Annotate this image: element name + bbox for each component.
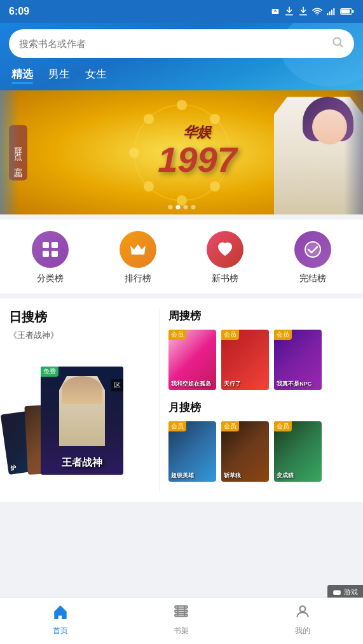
download-icon bbox=[284, 6, 294, 17]
monthly-rank-title: 月搜榜 bbox=[168, 400, 354, 415]
svg-rect-21 bbox=[51, 242, 58, 248]
profile-label: 我的 bbox=[295, 626, 310, 636]
monthly-book-1-text: 超级英雄 bbox=[168, 470, 216, 482]
char-face bbox=[312, 109, 347, 144]
grid-icon bbox=[41, 241, 59, 258]
daily-book-front[interactable]: 免费 区 王者战神 bbox=[41, 367, 123, 475]
monthly-book-2-text: 斩草狼 bbox=[221, 470, 269, 482]
svg-rect-7 bbox=[341, 10, 350, 14]
monthly-book-3[interactable]: 会员 变成猫 bbox=[274, 421, 322, 482]
weekly-books-row: 会员 我和空姐在孤岛 会员 天行了 会员 我真不是NPC bbox=[168, 330, 354, 390]
weekly-book-1[interactable]: 会员 我和空姐在孤岛 bbox=[168, 330, 216, 390]
svg-point-17 bbox=[144, 181, 154, 192]
svg-point-24 bbox=[305, 242, 320, 257]
fenlei-label: 分类榜 bbox=[37, 273, 64, 284]
checkmark-icon bbox=[304, 241, 322, 258]
weekly-book-2-text: 天行了 bbox=[221, 378, 269, 390]
weekly-book-2[interactable]: 会员 天行了 bbox=[221, 330, 269, 390]
svg-point-18 bbox=[129, 148, 139, 158]
gamepad-icon bbox=[332, 588, 341, 597]
xinshu-label: 新书榜 bbox=[212, 273, 238, 284]
daily-rank: 日搜榜 《王者战神》 炉 bbox=[9, 309, 160, 492]
notification-icon: A bbox=[270, 6, 280, 17]
svg-rect-26 bbox=[175, 610, 188, 612]
cat-item-wanjie[interactable]: 完结榜 bbox=[294, 231, 331, 284]
svg-rect-25 bbox=[175, 606, 188, 608]
book-area-badge: 区 bbox=[111, 379, 123, 391]
banner-inner: 胖一点 完品 华娱 1997 bbox=[0, 90, 363, 214]
dot-3 bbox=[183, 205, 188, 209]
search-input[interactable] bbox=[19, 38, 331, 49]
monthly-book-2-badge: 会员 bbox=[221, 421, 239, 431]
weekly-book-1-text: 我和空姐在孤岛 bbox=[168, 378, 216, 390]
svg-rect-22 bbox=[43, 251, 49, 257]
svg-rect-8 bbox=[352, 10, 353, 13]
wanjie-icon bbox=[294, 231, 331, 268]
daily-front-book-title: 王者战神 bbox=[41, 456, 123, 470]
svg-rect-23 bbox=[51, 251, 58, 257]
dot-4 bbox=[191, 205, 195, 209]
search-icon[interactable] bbox=[331, 36, 344, 52]
profile-icon bbox=[294, 603, 311, 624]
banner-title-area: 华娱 1997 bbox=[158, 122, 237, 177]
cat-item-fenlei[interactable]: 分类榜 bbox=[32, 231, 69, 284]
bookshelf-icon bbox=[173, 603, 189, 624]
front-book-art bbox=[47, 373, 117, 449]
dot-1 bbox=[168, 205, 172, 209]
tab-bar: 精选 男生 女生 bbox=[9, 67, 354, 90]
nav-home[interactable]: 首页 bbox=[38, 603, 83, 636]
monthly-book-3-text: 变成猫 bbox=[274, 470, 322, 482]
monthly-book-2[interactable]: 会员 斩草狼 bbox=[221, 421, 269, 482]
banner-container[interactable]: 胖一点 完品 华娱 1997 bbox=[0, 90, 363, 214]
xinshu-icon bbox=[207, 231, 243, 268]
paihang-icon bbox=[120, 231, 156, 268]
monthly-book-1-badge: 会员 bbox=[168, 421, 186, 431]
char-silhouette bbox=[57, 376, 107, 446]
tab-selected[interactable]: 精选 bbox=[11, 67, 33, 84]
main-content: 精选 男生 女生 bbox=[0, 23, 363, 547]
banner-dots bbox=[168, 205, 195, 209]
cat-item-paihang[interactable]: 排行榜 bbox=[120, 231, 156, 284]
banner-right-hint bbox=[344, 90, 363, 214]
svg-point-30 bbox=[299, 606, 305, 612]
svg-point-16 bbox=[177, 195, 187, 206]
banner-title-number: 1997 bbox=[158, 141, 237, 177]
svg-line-10 bbox=[340, 45, 343, 47]
status-time: 6:09 bbox=[9, 6, 29, 17]
home-svg bbox=[52, 603, 69, 620]
fenlei-icon bbox=[32, 231, 69, 268]
cat-item-xinshu[interactable]: 新书榜 bbox=[207, 231, 243, 284]
home-label: 首页 bbox=[53, 626, 68, 636]
svg-rect-2 bbox=[327, 13, 328, 15]
banner-section: 胖一点 完品 华娱 1997 bbox=[0, 90, 363, 214]
tab-female[interactable]: 女生 bbox=[85, 67, 107, 84]
heart-icon bbox=[216, 241, 234, 258]
tab-male[interactable]: 男生 bbox=[48, 67, 70, 84]
search-bar[interactable] bbox=[9, 29, 354, 58]
banner-left-hint bbox=[0, 90, 19, 214]
weekly-book-3[interactable]: 会员 我真不是NPC bbox=[274, 330, 322, 390]
monthly-book-1[interactable]: 会员 超级英雄 bbox=[168, 421, 216, 482]
weekly-monthly-rank: 周搜榜 会员 我和空姐在孤岛 会员 天行了 会员 我真不是NPC 月搜榜 bbox=[160, 309, 354, 492]
svg-text:A: A bbox=[274, 9, 277, 13]
daily-rank-subtitle: 《王者战神》 bbox=[9, 330, 151, 341]
home-icon bbox=[52, 603, 69, 624]
nav-profile[interactable]: 我的 bbox=[280, 603, 325, 636]
dot-2 bbox=[175, 205, 180, 209]
banner-slide-main[interactable]: 胖一点 完品 华娱 1997 bbox=[0, 90, 363, 214]
download2-icon bbox=[298, 6, 308, 17]
char-head bbox=[62, 376, 102, 404]
svg-rect-27 bbox=[175, 614, 188, 616]
status-bar: 6:09 A bbox=[0, 0, 363, 23]
ranking-section: 日搜榜 《王者战神》 炉 bbox=[0, 298, 363, 502]
svg-rect-5 bbox=[333, 8, 334, 15]
categories-section: 分类榜 排行榜 新书榜 bbox=[0, 220, 363, 293]
svg-point-35 bbox=[339, 592, 340, 593]
wifi-icon bbox=[312, 6, 322, 17]
bookshelf-label: 书架 bbox=[174, 626, 189, 636]
daily-books-stack: 炉 免费 区 王者 bbox=[9, 347, 151, 475]
crown-icon bbox=[129, 241, 147, 258]
svg-rect-3 bbox=[329, 11, 331, 15]
daily-book-badge: 免费 bbox=[41, 367, 58, 377]
nav-bookshelf[interactable]: 书架 bbox=[159, 603, 203, 636]
